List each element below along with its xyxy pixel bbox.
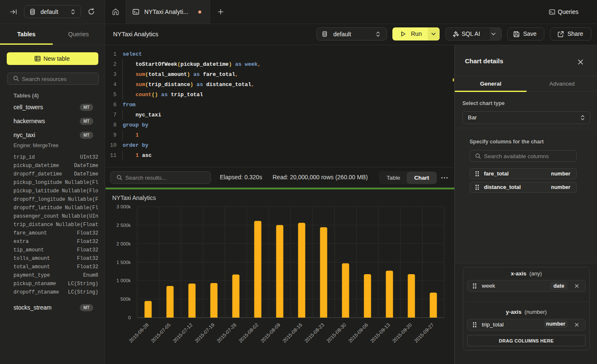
svg-text:1 500k: 1 500k	[116, 260, 131, 265]
svg-text:2015-07-26: 2015-07-26	[216, 322, 237, 343]
svg-text:2015-07-05: 2015-07-05	[150, 322, 172, 344]
svg-text:2015-07-12: 2015-07-12	[172, 322, 193, 343]
svg-text:2 500k: 2 500k	[116, 223, 131, 228]
svg-text:3 000k: 3 000k	[116, 204, 131, 209]
svg-text:2015-08-23: 2015-08-23	[303, 322, 325, 343]
svg-text:2015-09-20: 2015-09-20	[391, 322, 413, 344]
svg-text:2 000k: 2 000k	[116, 241, 131, 246]
svg-text:2015-08-16: 2015-08-16	[281, 322, 303, 343]
svg-text:2015-06-28: 2015-06-28	[128, 322, 149, 343]
svg-text:2015-08-02: 2015-08-02	[238, 322, 259, 343]
svg-text:2015-09-27: 2015-09-27	[413, 322, 435, 343]
svg-text:1 000k: 1 000k	[116, 278, 131, 283]
svg-text:2015-08-09: 2015-08-09	[259, 322, 281, 343]
svg-text:2015-09-13: 2015-09-13	[369, 322, 391, 343]
svg-text:500k: 500k	[121, 297, 131, 302]
svg-text:2015-07-19: 2015-07-19	[194, 322, 215, 343]
svg-text:2015-08-30: 2015-08-30	[325, 322, 347, 344]
svg-text:0: 0	[128, 315, 131, 320]
svg-text:2015-09-06: 2015-09-06	[347, 322, 369, 343]
